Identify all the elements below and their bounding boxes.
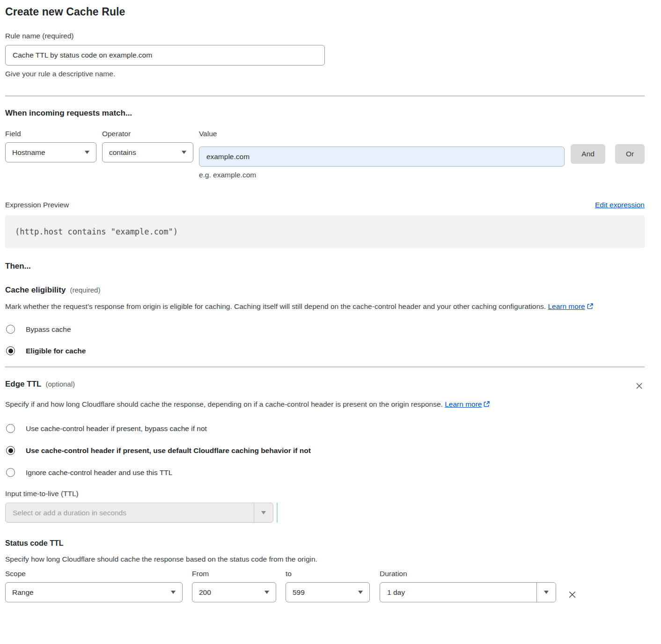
chevron-down-icon [358,591,363,594]
field-select-value: Hostname [12,148,45,157]
scope-label: Scope [5,570,183,578]
chevron-down-icon [536,583,556,602]
match-heading: When incoming requests match... [5,109,645,118]
duration-label: Duration [380,570,556,578]
duration-select[interactable]: 1 day [380,582,556,602]
radio-button [6,424,15,433]
close-icon [635,385,644,392]
learn-more-link[interactable]: Learn more [445,400,482,408]
radio-button [6,346,15,355]
status-code-ttl-row: Scope Range From 200 to 599 Duration 1 d… [5,570,645,602]
external-link-icon [483,399,490,412]
radio-label: Ignore cache-control header and use this… [26,468,172,477]
radio-button [6,468,15,477]
rule-name-input[interactable] [5,45,325,66]
duration-select-value: 1 day [380,583,536,602]
learn-more-link[interactable]: Learn more [548,302,585,310]
remove-status-ttl-button[interactable] [566,589,578,602]
radio-label: Use cache-control header if present, use… [26,446,311,455]
cache-eligibility-qualifier: (required) [70,286,100,294]
close-icon [567,594,577,601]
field-label: Field [5,130,96,138]
external-link-icon [587,301,594,314]
edge-ttl-qualifier: (optional) [45,380,75,388]
edge-ttl-description: Specify if and how long Cloudflare shoul… [5,398,520,412]
scope-select-value: Range [12,588,34,597]
text-cursor [277,503,278,523]
or-button[interactable]: Or [615,144,645,164]
match-condition-row: Field Hostname Operator contains Value e… [5,130,645,179]
operator-select[interactable]: contains [102,142,193,162]
edit-expression-link[interactable]: Edit expression [595,201,645,209]
radio-use-header-default[interactable]: Use cache-control header if present, use… [5,446,645,455]
value-label: Value [199,130,565,138]
edge-ttl-close-button[interactable] [634,381,645,393]
cache-eligibility-title: Cache eligibility [5,285,66,295]
radio-button [6,446,15,455]
section-divider [5,366,645,367]
radio-bypass-cache[interactable]: Bypass cache [5,325,645,334]
radio-ignore-header[interactable]: Ignore cache-control header and use this… [5,468,645,477]
to-select-value: 599 [293,588,305,597]
expression-preview-box: (http.host contains "example.com") [5,215,645,248]
field-select[interactable]: Hostname [5,142,96,162]
chevron-down-icon [182,151,186,154]
radio-button [6,325,15,334]
chevron-down-icon [85,151,89,154]
ttl-select-placeholder: Select or add a duration in seconds [6,503,254,522]
status-code-ttl-title: Status code TTL [5,539,645,548]
value-help: e.g. example.com [199,171,565,179]
rule-name-label: Rule name (required) [5,32,645,40]
from-select[interactable]: 200 [192,582,276,602]
from-select-value: 200 [199,588,211,597]
rule-name-help: Give your rule a descriptive name. [5,70,645,78]
create-cache-rule-form: Create new Cache Rule Rule name (require… [0,0,661,612]
radio-label: Eligible for cache [26,347,86,355]
to-label: to [286,570,370,578]
then-heading: Then... [5,262,645,271]
and-button[interactable]: And [571,144,605,164]
page-title: Create new Cache Rule [5,6,645,18]
chevron-down-icon [254,503,273,522]
radio-label: Use cache-control header if present, byp… [26,424,207,433]
operator-label: Operator [102,130,193,138]
cache-eligibility-description: Mark whether the request’s response from… [5,300,645,314]
radio-use-header-bypass[interactable]: Use cache-control header if present, byp… [5,424,645,433]
section-divider [5,95,645,96]
radio-eligible-for-cache[interactable]: Eligible for cache [5,346,645,355]
expression-preview-label: Expression Preview [5,201,69,209]
scope-select[interactable]: Range [5,582,183,602]
from-label: From [192,570,276,578]
ttl-duration-select[interactable]: Select or add a duration in seconds [5,503,273,523]
value-input[interactable] [199,146,565,167]
to-select[interactable]: 599 [286,582,370,602]
chevron-down-icon [264,591,269,594]
edge-ttl-title: Edge TTL [5,380,41,389]
operator-select-value: contains [109,148,136,157]
status-code-ttl-description: Specify how long Cloudflare should cache… [5,555,645,564]
ttl-input-label: Input time-to-live (TTL) [5,490,645,498]
radio-label: Bypass cache [26,325,71,334]
chevron-down-icon [171,591,176,594]
